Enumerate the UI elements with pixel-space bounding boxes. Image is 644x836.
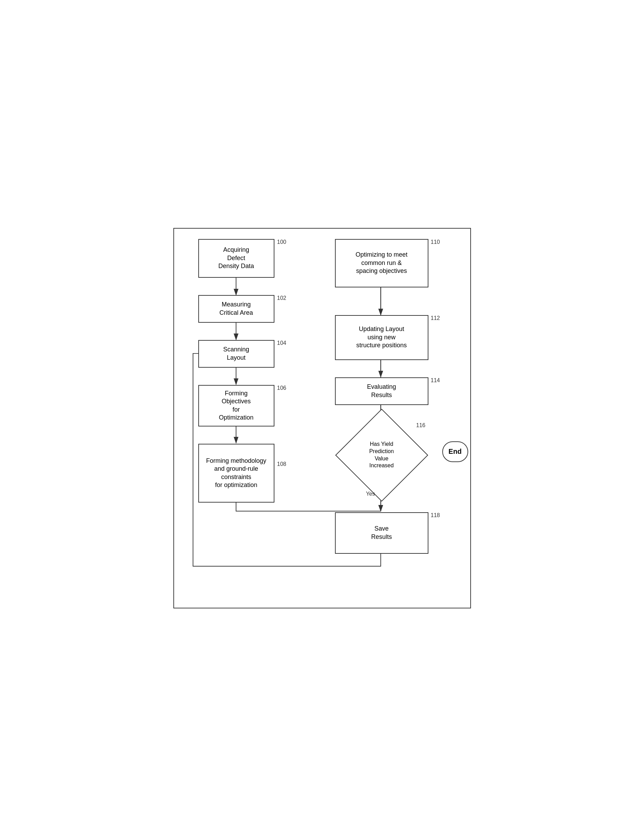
box-108-label: Forming methodology and ground-rule cons… [206,457,266,490]
label-110: 110 [431,239,440,245]
box-112: Updating Layout using new structure posi… [335,315,428,360]
box-110: Optimizing to meet common run & spacing … [335,239,428,287]
box-110-label: Optimizing to meet common run & spacing … [355,251,407,275]
label-116: 116 [416,422,426,429]
box-102: Measuring Critical Area [198,295,275,323]
box-112-label: Updating Layout using new structure posi… [356,325,407,349]
label-112: 112 [431,315,440,321]
box-end: End [442,441,468,462]
label-104: 104 [277,340,286,346]
box-114-label: Evaluating Results [367,383,396,399]
label-106: 106 [277,385,286,391]
box-118: Save Results [335,512,428,554]
box-114: Evaluating Results [335,377,428,405]
label-102: 102 [277,295,286,301]
label-118: 118 [431,512,440,518]
box-102-label: Measuring Critical Area [219,300,253,317]
box-104-label: Scanning Layout [223,346,249,362]
diamond-116: Has Yield Prediction Value Increased [349,422,415,488]
diamond-116-text: Has Yield Prediction Value Increased [349,422,415,488]
label-108: 108 [277,461,286,467]
box-106: Forming Objectives for Optimization [198,385,275,426]
label-100: 100 [277,239,286,245]
diagram-container: Acquiring Defect Density Data 100 Measur… [173,228,471,608]
box-108: Forming methodology and ground-rule cons… [198,444,275,503]
box-104: Scanning Layout [198,340,275,368]
box-100: Acquiring Defect Density Data [198,239,275,278]
label-114: 114 [431,377,440,384]
label-yes: Yes [366,491,375,497]
box-100-label: Acquiring Defect Density Data [218,246,254,270]
box-106-label: Forming Objectives for Optimization [219,389,253,422]
box-118-label: Save Results [371,525,392,541]
end-label: End [448,447,462,456]
